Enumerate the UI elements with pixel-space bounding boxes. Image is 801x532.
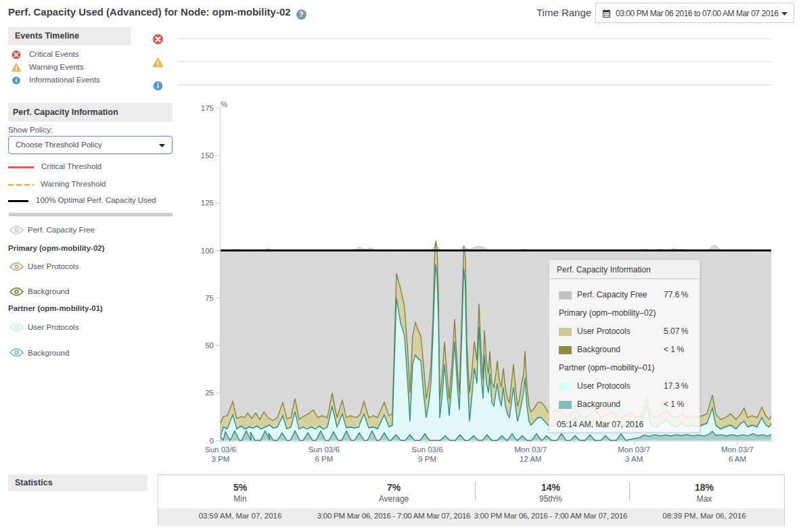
- svg-text:12 AM: 12 AM: [520, 455, 542, 463]
- svg-text:100: 100: [201, 247, 214, 255]
- svg-text:6 AM: 6 AM: [729, 455, 746, 463]
- svg-text:3 AM: 3 AM: [625, 455, 643, 463]
- svg-text:3 PM: 3 PM: [212, 455, 230, 463]
- svg-text:%: %: [221, 100, 227, 108]
- svg-text:Mon 03/7: Mon 03/7: [514, 445, 547, 454]
- svg-text:25: 25: [205, 389, 214, 397]
- svg-text:Mon 03/7: Mon 03/7: [721, 445, 754, 454]
- svg-text:Sun 03/6: Sun 03/6: [205, 445, 236, 454]
- svg-text:50: 50: [205, 341, 214, 349]
- svg-text:125: 125: [201, 199, 214, 207]
- svg-text:0: 0: [210, 437, 214, 445]
- svg-text:Sun 03/6: Sun 03/6: [412, 445, 443, 454]
- svg-text:150: 150: [201, 151, 214, 160]
- svg-text:9 PM: 9 PM: [418, 455, 436, 463]
- svg-text:Mon 03/7: Mon 03/7: [618, 445, 650, 454]
- svg-text:Sun 03/6: Sun 03/6: [308, 445, 340, 454]
- svg-text:6 PM: 6 PM: [315, 455, 333, 463]
- svg-text:75: 75: [205, 294, 214, 302]
- svg-text:175: 175: [201, 104, 214, 112]
